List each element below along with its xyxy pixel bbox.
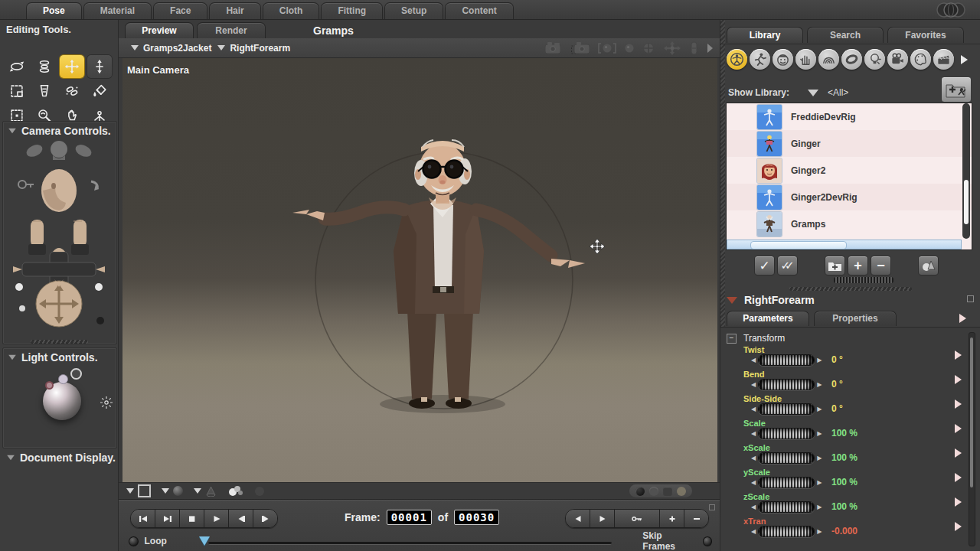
add-folder-button[interactable]: [825, 256, 845, 276]
add-item-button[interactable]: +: [848, 256, 868, 276]
step-back-button[interactable]: [229, 510, 253, 527]
param-options-icon[interactable]: [955, 522, 962, 531]
dial-increment-icon[interactable]: ▶: [817, 406, 822, 412]
library-vertical-scrollbar[interactable]: [962, 103, 970, 239]
param-options-icon[interactable]: [955, 448, 962, 458]
param-options-icon[interactable]: [955, 399, 962, 409]
lib-tab-library[interactable]: Library: [727, 27, 803, 43]
tab-fitting[interactable]: Fitting: [321, 2, 383, 19]
tool-color-icon[interactable]: [87, 80, 112, 103]
prev-keyframe-button[interactable]: [566, 510, 590, 527]
yscale-dial[interactable]: [758, 477, 815, 488]
dial-increment-icon[interactable]: ▶: [817, 455, 822, 461]
skip-frames-toggle[interactable]: [703, 536, 713, 546]
dial-decrement-icon[interactable]: ◀: [751, 382, 756, 388]
dial-decrement-icon[interactable]: ◀: [751, 406, 756, 412]
create-prop-button[interactable]: [918, 256, 939, 276]
loop-toggle[interactable]: [129, 536, 139, 546]
category-scenes-icon[interactable]: [933, 49, 954, 70]
actor-menu[interactable]: RightForearm: [217, 43, 290, 54]
total-frames-field[interactable]: 00030: [454, 510, 499, 525]
library-item-ginger[interactable]: Ginger: [727, 130, 972, 157]
tab-hair[interactable]: Hair: [209, 2, 260, 19]
depth-cue-menu[interactable]: [194, 486, 217, 497]
tool-translate-in-z-icon[interactable]: [87, 55, 112, 78]
camera-controls-collapse-icon[interactable]: [8, 129, 16, 133]
library-item-ginger2[interactable]: Ginger2: [727, 157, 972, 184]
dial-increment-icon[interactable]: ▶: [817, 382, 822, 388]
library-item-gramps[interactable]: Gramps: [727, 210, 972, 237]
delete-keyframe-button[interactable]: [684, 510, 708, 527]
sun-icon[interactable]: [100, 396, 113, 409]
param-options-icon[interactable]: [955, 350, 962, 360]
tracking-dot-box[interactable]: [649, 487, 658, 496]
dial-decrement-icon[interactable]: ◀: [751, 529, 756, 535]
actor-collapse-icon[interactable]: [727, 297, 737, 304]
camera-icon[interactable]: [544, 41, 563, 54]
panel-drag-handle[interactable]: [834, 277, 893, 283]
preview-viewport[interactable]: Main Camera: [122, 58, 717, 482]
param-options-icon[interactable]: [955, 473, 962, 482]
xscale-dial[interactable]: [758, 452, 815, 464]
param-tab-parameters[interactable]: Parameters: [727, 311, 809, 326]
ball-icon[interactable]: [624, 43, 635, 54]
tool-taper-icon[interactable]: [32, 80, 57, 103]
parameters-drag-handle[interactable]: [789, 287, 912, 291]
dial-decrement-icon[interactable]: ◀: [751, 431, 756, 437]
edit-keyframes-button[interactable]: [615, 510, 660, 527]
transform-collapse-box[interactable]: −: [727, 334, 737, 344]
tab-setup[interactable]: Setup: [384, 2, 443, 19]
timeline-scrubber[interactable]: [199, 536, 210, 546]
tool-scale-icon[interactable]: [5, 80, 29, 103]
stop-button[interactable]: [180, 510, 204, 527]
document-display-collapse-icon[interactable]: [7, 455, 15, 460]
dial-increment-icon[interactable]: ▶: [817, 480, 822, 486]
category-hands-icon[interactable]: [795, 49, 816, 70]
add-keyframe-button[interactable]: [660, 510, 684, 527]
light-controls-collapse-icon[interactable]: [8, 355, 16, 360]
doc-tab-preview[interactable]: Preview: [125, 22, 194, 38]
doc-tab-render[interactable]: Render: [197, 22, 266, 38]
current-frame-field[interactable]: 00001: [387, 510, 432, 525]
tool-translate-pull-icon[interactable]: [60, 55, 84, 78]
param-tab-properties[interactable]: Properties: [814, 311, 897, 326]
zscale-dial[interactable]: [758, 501, 815, 513]
first-frame-button[interactable]: [131, 510, 155, 527]
library-item-freddiedevrig[interactable]: FreddieDevRig: [727, 103, 972, 130]
param-options-icon[interactable]: [955, 375, 962, 384]
bracketed-ball-icon[interactable]: [598, 42, 616, 54]
apply-double-check-button[interactable]: ✓✓: [777, 256, 798, 276]
tracking-dot-fast[interactable]: [663, 487, 672, 496]
tool-rotate-icon[interactable]: [5, 55, 29, 78]
category-lights-icon[interactable]: [864, 49, 885, 70]
ghost-sphere-icon[interactable]: [255, 487, 264, 496]
category-materials-icon[interactable]: [910, 49, 931, 70]
category-expression-icon[interactable]: [773, 49, 793, 70]
show-library-dropdown-icon[interactable]: [808, 90, 818, 96]
tab-material[interactable]: Material: [83, 2, 152, 19]
light-indicator-3[interactable]: [45, 381, 54, 390]
scale-dial[interactable]: [758, 428, 815, 439]
move-cross-icon[interactable]: [662, 41, 682, 55]
category-props-icon[interactable]: [841, 49, 862, 70]
lib-tab-search[interactable]: Search: [807, 27, 884, 43]
category-hair-icon[interactable]: [818, 49, 839, 70]
parameters-scrollbar[interactable]: [969, 332, 975, 546]
param-value[interactable]: 100 %: [831, 428, 858, 439]
remove-item-button[interactable]: −: [871, 256, 891, 276]
next-keyframe-button[interactable]: [590, 510, 615, 527]
category-poses-icon[interactable]: [750, 49, 770, 70]
param-options-icon[interactable]: [955, 424, 962, 433]
category-figures-icon[interactable]: [727, 49, 747, 70]
character-figure[interactable]: [292, 140, 585, 409]
play-button[interactable]: [204, 510, 229, 527]
light-indicator-2[interactable]: [58, 374, 68, 384]
last-frame-button[interactable]: [155, 510, 180, 527]
lib-tab-favorites[interactable]: Favorites: [887, 27, 964, 43]
tab-cloth[interactable]: Cloth: [263, 2, 320, 19]
dial-decrement-icon[interactable]: ◀: [751, 357, 756, 364]
camera-controls-art[interactable]: [5, 137, 113, 328]
timeline-track[interactable]: [208, 542, 612, 545]
tracking-dot-full[interactable]: [635, 487, 645, 496]
dial-decrement-icon[interactable]: ◀: [751, 455, 756, 461]
